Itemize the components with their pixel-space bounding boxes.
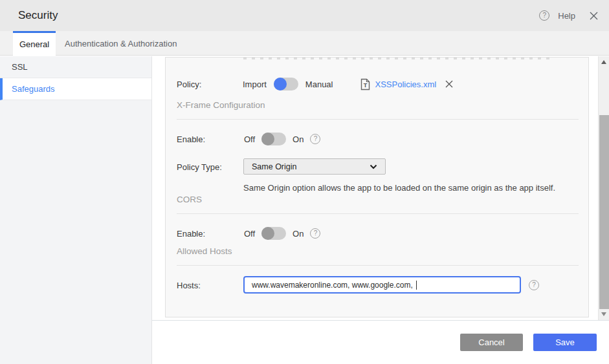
chevron-down-icon [370,164,377,169]
cors-section-heading: CORS [177,195,202,204]
safeguards-panel: Policy: Import Manual T XSSPolicies.xml … [165,57,589,317]
tab-bar: General Authentication & Authorization [0,31,609,56]
scrollbar-up-arrow-icon[interactable] [601,60,606,64]
dialog-header: Security ? Help [0,0,609,31]
file-document-icon: T [360,78,370,91]
text-caret [416,281,417,290]
hosts-input[interactable]: www.wavemakeronline.com, www.google.com, [243,276,521,294]
policy-type-select[interactable]: Same Origin [243,158,386,175]
vertical-scrollbar[interactable] [598,56,609,320]
cors-off-label: Off [244,229,255,239]
xframe-enable-help-icon[interactable]: ? [310,134,320,144]
tab-auth-label: Authentication & Authorization [65,39,177,48]
cors-enable-label: Enable: [177,229,205,239]
xss-policies-file-link[interactable]: XSSPolicies.xml [375,80,436,89]
scrollbar-down-arrow-icon[interactable] [601,312,606,316]
policy-import-manual-toggle[interactable] [274,78,298,91]
allowed-hosts-section-heading: Allowed Hosts [177,246,232,256]
sidebar-item-ssl[interactable]: SSL [0,56,151,78]
xframe-enable-toggle[interactable] [261,133,286,145]
tab-general-label: General [19,39,49,49]
sidebar-item-safeguards-label: Safeguards [12,84,55,94]
policy-type-description: Same Origin option allows the app to be … [243,183,555,193]
cors-divider [177,213,579,214]
remove-file-icon[interactable] [445,80,454,89]
allowed-hosts-divider [177,265,579,266]
tab-general[interactable]: General [13,31,56,56]
footer-divider [152,320,609,321]
xframe-on-label: On [293,134,304,144]
xframe-enable-row: Off On ? [244,133,320,145]
security-dialog: Security ? Help General Authentication &… [0,0,609,364]
policy-file-chip: T XSSPolicies.xml [360,78,454,91]
sidebar-item-safeguards[interactable]: Safeguards [0,78,151,100]
tab-authentication-authorization[interactable]: Authentication & Authorization [56,31,186,56]
svg-text:T: T [364,82,368,89]
xframe-enable-label: Enable: [177,134,205,144]
sidebar: SSL Safeguards [0,56,152,364]
cors-enable-help-icon[interactable]: ? [310,228,320,239]
cors-enable-toggle[interactable] [261,227,286,240]
scrollbar-thumb[interactable] [599,115,609,309]
cors-enable-row: Off On ? [244,227,320,240]
policy-option-manual: Manual [305,80,333,89]
clipped-text-remnant [243,58,554,59]
policy-label: Policy: [177,80,201,89]
cors-on-label: On [293,229,304,239]
cancel-button[interactable]: Cancel [460,334,523,351]
policy-row: Import Manual T XSSPolicies.xml [243,77,454,91]
save-button[interactable]: Save [533,334,597,351]
sidebar-item-ssl-label: SSL [12,62,28,72]
page-title: Security [18,0,58,31]
xframe-off-label: Off [244,134,255,144]
hosts-input-value: www.wavemakeronline.com, www.google.com, [252,281,415,290]
policy-type-label: Policy Type: [177,162,222,172]
close-icon[interactable] [589,11,599,21]
hosts-label: Hosts: [177,281,201,290]
policy-option-import: Import [243,80,267,89]
help-button[interactable]: Help [558,11,575,21]
xframe-section-heading: X-Frame Configuration [177,100,265,110]
policy-type-value: Same Origin [252,162,296,171]
hosts-help-icon[interactable]: ? [529,280,539,290]
help-icon[interactable]: ? [539,10,549,21]
xframe-divider [177,119,579,120]
